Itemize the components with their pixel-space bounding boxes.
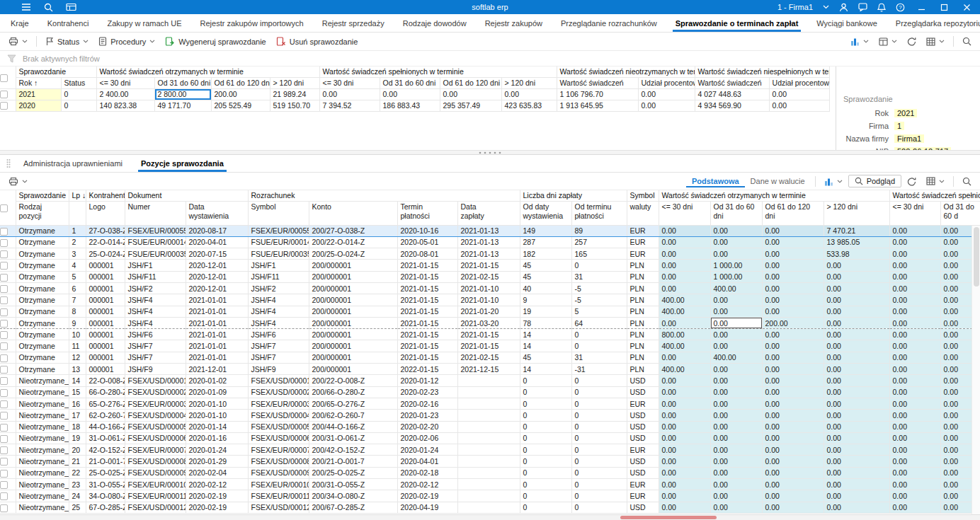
cell[interactable]: 10 bbox=[69, 329, 86, 340]
cell[interactable]: FSEX/EUR/00055/20 bbox=[125, 225, 186, 236]
cell[interactable]: PLN bbox=[627, 329, 659, 340]
column-group-header[interactable]: Wartość świadczeń nieotrzymanych w termi… bbox=[557, 67, 695, 77]
vertical-scrollbar[interactable] bbox=[972, 226, 980, 514]
table-row[interactable]: Otrzymane10000001JSH/F62021-01-01JSH/F62… bbox=[0, 329, 980, 340]
cell[interactable]: 14 bbox=[520, 329, 571, 340]
cell[interactable]: Nieotrzymane_Ni bbox=[16, 421, 69, 432]
cell[interactable]: 2020-02-19 bbox=[186, 490, 248, 502]
cell[interactable]: 200/000001 bbox=[309, 364, 397, 375]
delete-report-button[interactable]: Usuń sprawozdanie bbox=[272, 35, 363, 48]
maximize-button[interactable] bbox=[938, 4, 950, 11]
row-checkbox-cell[interactable] bbox=[0, 236, 16, 248]
chart-button-lower[interactable] bbox=[820, 175, 847, 188]
cell[interactable]: 0.00 bbox=[889, 294, 940, 306]
vertical-scrollbar-thumb[interactable] bbox=[974, 227, 979, 287]
cell[interactable]: 2020-10-16 bbox=[397, 225, 457, 236]
cell[interactable]: -31 bbox=[571, 364, 627, 375]
cell[interactable]: 2020-01-09 bbox=[186, 386, 248, 398]
cell[interactable]: 2021-01-10 bbox=[457, 282, 520, 294]
cell[interactable]: 2021-01-01 bbox=[186, 329, 248, 340]
cell[interactable]: 21-O-001-7 bbox=[86, 456, 125, 467]
cell[interactable]: 22-O-008-Z bbox=[86, 375, 125, 386]
cell[interactable]: 400.00 bbox=[659, 340, 710, 352]
row-checkbox-cell[interactable] bbox=[0, 490, 16, 502]
column-group-header[interactable]: Wartość świadczeń otrzymanych w terminie bbox=[96, 67, 319, 77]
cell[interactable]: 42-O-152-Z bbox=[86, 444, 125, 456]
cell[interactable]: 0.00 bbox=[710, 386, 762, 398]
cell[interactable]: 182 bbox=[520, 248, 571, 260]
column-header[interactable]: Symbol bbox=[248, 201, 309, 225]
cell[interactable]: 2021-01-10 bbox=[457, 294, 520, 306]
cell[interactable]: 2021-01-01 bbox=[186, 306, 248, 317]
help-icon[interactable]: ? bbox=[896, 3, 905, 12]
cell[interactable]: 0.00 bbox=[659, 225, 710, 236]
cell[interactable]: 2020-04-19 bbox=[397, 502, 457, 513]
cell[interactable]: Nieotrzymane_Ni bbox=[16, 456, 69, 467]
row-checkbox-cell[interactable] bbox=[0, 329, 16, 340]
cell[interactable]: 0.00 bbox=[710, 306, 762, 317]
cell[interactable]: EUR bbox=[627, 490, 659, 502]
cell[interactable]: 800.00 bbox=[659, 329, 710, 340]
cell[interactable]: 0.00 bbox=[762, 282, 824, 294]
row-checkbox[interactable] bbox=[0, 262, 8, 270]
procedury-dropdown[interactable]: Procedury bbox=[94, 35, 159, 48]
cell[interactable]: 0.00 bbox=[824, 317, 889, 328]
cell[interactable] bbox=[457, 444, 520, 456]
cell[interactable]: 2021-01-13 bbox=[457, 248, 520, 260]
cell[interactable]: Nieotrzymane_Ni bbox=[16, 375, 69, 386]
cell[interactable]: Nieotrzymane_Ni bbox=[16, 444, 69, 456]
cell[interactable]: 2020-01-29 bbox=[186, 456, 248, 467]
column-group-header[interactable]: Wartość świadczeń spełnionych w terminie bbox=[319, 67, 557, 77]
cell[interactable]: 21 989.24 bbox=[270, 88, 319, 100]
select-all-checkbox-cell[interactable] bbox=[0, 67, 16, 88]
cell[interactable]: 205 525.49 bbox=[211, 100, 270, 111]
row-checkbox[interactable] bbox=[0, 446, 8, 454]
cell[interactable]: JSH/F7 bbox=[248, 352, 309, 363]
row-checkbox-cell[interactable] bbox=[0, 282, 16, 294]
cell[interactable]: 0.00 bbox=[762, 329, 824, 340]
cell[interactable]: 0.00 bbox=[824, 386, 889, 398]
cell[interactable] bbox=[457, 421, 520, 432]
cell[interactable]: PLN bbox=[627, 282, 659, 294]
cell[interactable]: 200/000001 bbox=[309, 260, 397, 271]
panel-field-value[interactable]: Firma1 bbox=[894, 134, 924, 143]
tab-zakupy-w-ramach-ue[interactable]: Zakupy w ramach UE bbox=[98, 14, 190, 32]
cell[interactable]: 200/000001 bbox=[309, 329, 397, 340]
cell[interactable]: JSH/F2 bbox=[248, 282, 309, 294]
cell[interactable]: 0.00 bbox=[889, 340, 940, 352]
cell[interactable]: 0.00 bbox=[762, 340, 824, 352]
export-button[interactable] bbox=[922, 35, 949, 48]
cell[interactable]: 2021-01-13 bbox=[457, 225, 520, 236]
cell[interactable]: 49 171.70 bbox=[154, 100, 211, 111]
cell[interactable]: JSH/F2 bbox=[125, 282, 186, 294]
cell[interactable]: 0.00 bbox=[889, 248, 940, 260]
column-header[interactable]: <= 30 dni bbox=[659, 201, 710, 225]
cell[interactable]: 2021-01-01 bbox=[186, 294, 248, 306]
cell[interactable]: 25-O-025-Z bbox=[86, 467, 125, 478]
cell[interactable]: EUR bbox=[627, 248, 659, 260]
layout-button[interactable] bbox=[874, 35, 901, 48]
cell[interactable]: FSEX/EUR/00055/20 bbox=[248, 225, 309, 236]
cell[interactable]: JSH/F11 bbox=[248, 271, 309, 282]
cell[interactable] bbox=[457, 490, 520, 502]
cell[interactable]: 2020-01-10 bbox=[186, 398, 248, 409]
table-row[interactable]: 20200140 823.3849 171.70205 525.49519 15… bbox=[0, 100, 829, 111]
row-checkbox[interactable] bbox=[0, 91, 8, 98]
cell[interactable]: 0.00 bbox=[710, 456, 762, 467]
cell[interactable]: 0.00 bbox=[889, 444, 940, 456]
cell[interactable]: 0.00 bbox=[762, 225, 824, 236]
tab-rejestr-zakupów-importowych[interactable]: Rejestr zakupów importowych bbox=[191, 14, 313, 32]
cell[interactable]: 0 bbox=[571, 479, 627, 490]
minimize-button[interactable] bbox=[915, 4, 928, 11]
cell[interactable]: 0.00 bbox=[824, 306, 889, 317]
cell[interactable]: Otrzymane bbox=[16, 248, 69, 260]
row-checkbox-cell[interactable] bbox=[0, 364, 16, 375]
cell[interactable]: 2020-08-01 bbox=[397, 248, 457, 260]
cell[interactable]: 0 bbox=[571, 467, 627, 478]
cell[interactable]: 0 bbox=[520, 479, 571, 490]
cell[interactable]: 0.00 bbox=[889, 225, 940, 236]
column-header[interactable]: Rok ↑ bbox=[16, 77, 61, 88]
column-header[interactable]: <= 30 dni bbox=[96, 77, 154, 88]
cell[interactable]: 0.00 bbox=[824, 467, 889, 478]
cell[interactable]: 0.00 bbox=[762, 490, 824, 502]
